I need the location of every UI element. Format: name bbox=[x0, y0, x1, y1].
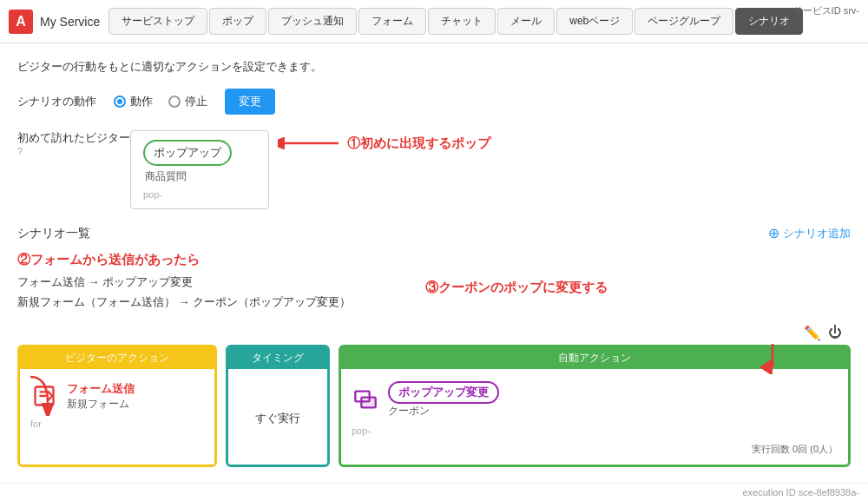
description-text: ビジターの行動をもとに適切なアクションを設定できます。 bbox=[17, 59, 851, 75]
timing-card-header: タイミング bbox=[228, 347, 327, 369]
tab-form[interactable]: フォーム bbox=[358, 8, 426, 35]
radio-stop-label: 停止 bbox=[185, 94, 207, 109]
arrow-1-svg bbox=[278, 130, 347, 156]
execution-id: execution ID sce-8ef8938a- bbox=[742, 487, 859, 498]
tab-mail[interactable]: メール bbox=[497, 8, 555, 35]
execution-info: 実行回数 0回 (0人） bbox=[352, 443, 838, 456]
annotation-3-text: ③クーポンのポップに変更する bbox=[425, 280, 608, 296]
bottom-bar: execution ID sce-8ef8938a- bbox=[0, 483, 868, 501]
first-visitor-popup-card[interactable]: ポップアップ 商品質問 pop- bbox=[130, 130, 269, 209]
auto-action-content: ポップアップ変更 クーポン pop- 実行回数 0回 (0人） bbox=[352, 376, 838, 456]
tab-service-top[interactable]: サービストップ bbox=[108, 8, 207, 35]
radio-group: 動作 停止 bbox=[114, 94, 207, 109]
scenario-action-label: シナリオの動作 bbox=[17, 94, 96, 109]
add-scenario-label: シナリオ追加 bbox=[783, 226, 851, 241]
auto-action-text: ポップアップ変更 クーポン bbox=[388, 381, 499, 419]
scenario-icons-row: ✏️ ⏻ bbox=[17, 325, 842, 341]
first-visitor-section: 初めて訪れたビジター ? ポップアップ 商品質問 pop- ①初めに出現するポッ… bbox=[17, 130, 851, 209]
svg-rect-8 bbox=[361, 398, 375, 408]
plus-icon: ⊕ bbox=[768, 225, 779, 241]
main-content: ビジターの行動をもとに適切なアクションを設定できます。 シナリオの動作 動作 停… bbox=[0, 43, 868, 483]
arrow-3-svg bbox=[760, 339, 786, 374]
timing-card: タイミング すぐ実行 bbox=[226, 345, 330, 467]
cards-row: ビジターのアクション bbox=[17, 345, 851, 467]
action-title: フォーム送信 bbox=[67, 381, 135, 397]
popup-name: ポップアップ bbox=[143, 140, 232, 166]
action-subtitle: 新規フォーム bbox=[67, 397, 135, 412]
annotation-2-text: ②フォームから送信があったら bbox=[17, 252, 851, 268]
scenario-list-title: シナリオ一覧 bbox=[17, 226, 90, 241]
nav-tabs: サービストップ ポップ プッシュ通知 フォーム チャット メール webページ … bbox=[108, 8, 859, 35]
auto-action-url: pop- bbox=[352, 425, 838, 436]
tab-pagegroup[interactable]: ページグループ bbox=[635, 8, 733, 35]
popup-change-icon bbox=[352, 386, 379, 413]
question-mark-icon: ? bbox=[17, 146, 130, 156]
popup-url: pop- bbox=[143, 189, 256, 200]
auto-action-title: ポップアップ変更 bbox=[388, 381, 499, 404]
arrow-2-svg bbox=[22, 372, 74, 416]
auto-action-subtitle: クーポン bbox=[388, 404, 499, 419]
tab-pop[interactable]: ポップ bbox=[209, 8, 266, 35]
action-card-url: for bbox=[30, 419, 204, 429]
tab-chat[interactable]: チャット bbox=[428, 8, 496, 35]
action-card-header: ビジターのアクション bbox=[20, 347, 214, 369]
arrow-1-area: ①初めに出現するポップ bbox=[278, 130, 490, 156]
logo-area: A My Service bbox=[9, 10, 100, 34]
auto-action-main-row: ポップアップ変更 クーポン bbox=[352, 381, 838, 419]
popup-sub: 商品質問 bbox=[145, 169, 256, 184]
radio-stop-dot bbox=[168, 96, 181, 108]
edit-icon[interactable]: ✏️ bbox=[804, 325, 821, 341]
tab-webpage[interactable]: webページ bbox=[556, 8, 633, 35]
action-text: フォーム送信 新規フォーム bbox=[67, 381, 135, 412]
add-scenario-button[interactable]: ⊕ シナリオ追加 bbox=[768, 225, 851, 241]
auto-action-card: 自動アクション bbox=[339, 345, 851, 467]
radio-active[interactable]: 動作 bbox=[114, 94, 153, 109]
tab-push[interactable]: プッシュ通知 bbox=[268, 8, 357, 35]
radio-active-dot bbox=[114, 96, 126, 108]
timing-value: すぐ実行 bbox=[239, 376, 317, 456]
first-visitor-label-wrap: 初めて訪れたビジター ? bbox=[17, 130, 130, 156]
first-visitor-label: 初めて訪れたビジター bbox=[17, 130, 130, 146]
power-icon[interactable]: ⏻ bbox=[828, 325, 842, 340]
radio-stop[interactable]: 停止 bbox=[168, 94, 207, 109]
scenario-list-header: シナリオ一覧 ⊕ シナリオ追加 bbox=[17, 225, 851, 241]
radio-active-label: 動作 bbox=[130, 94, 153, 109]
action-card: ビジターのアクション bbox=[17, 345, 217, 467]
action-card-content: フォーム送信 新規フォーム for bbox=[30, 376, 204, 429]
scenario-action-row: シナリオの動作 動作 停止 変更 bbox=[17, 89, 851, 115]
service-id: サービスID srv- bbox=[793, 4, 859, 17]
service-name: My Service bbox=[40, 15, 100, 29]
update-button[interactable]: 変更 bbox=[225, 89, 275, 115]
annotation-1-text: ①初めに出現するポップ bbox=[347, 135, 490, 152]
top-nav-bar: A My Service サービストップ ポップ プッシュ通知 フォーム チャッ… bbox=[0, 0, 868, 43]
logo-icon: A bbox=[9, 10, 33, 34]
